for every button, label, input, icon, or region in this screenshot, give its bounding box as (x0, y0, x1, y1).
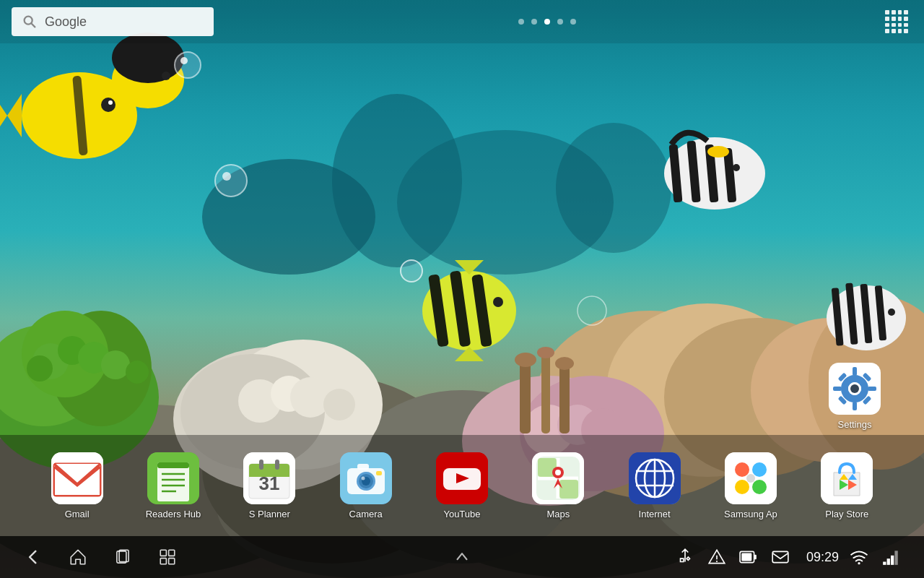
signal-icon-svg (881, 548, 900, 566)
svg-rect-39 (541, 354, 550, 434)
svg-rect-114 (259, 460, 263, 470)
play-store-icon-svg (821, 452, 873, 504)
back-icon (24, 548, 43, 566)
svg-rect-102 (157, 462, 189, 468)
home-icon (69, 548, 87, 566)
svg-point-76 (215, 165, 247, 197)
svg-point-157 (716, 561, 718, 562)
svg-point-74 (175, 52, 201, 78)
usb-icon (674, 545, 697, 569)
page-dot-1[interactable] (518, 19, 524, 25)
camera-icon-svg (340, 452, 392, 504)
camera-app-icon[interactable]: Camera (337, 452, 395, 519)
readers-hub-label: Readers Hub (146, 509, 201, 519)
svg-point-141 (752, 462, 767, 477)
svg-point-47 (101, 98, 116, 112)
svg-rect-115 (275, 460, 279, 470)
splanner-app-icon[interactable]: 31 S Planner (240, 452, 298, 519)
svg-rect-166 (894, 551, 897, 565)
svg-rect-122 (357, 464, 369, 470)
svg-point-18 (27, 355, 53, 381)
time-display: 09:29 (806, 550, 839, 565)
svg-rect-163 (883, 562, 886, 565)
splanner-label: S Planner (249, 509, 290, 519)
svg-point-58 (707, 146, 729, 158)
svg-point-52 (162, 72, 170, 80)
search-icon (22, 14, 38, 30)
svg-rect-159 (741, 553, 751, 561)
readers-hub-app-icon[interactable]: Readers Hub (144, 452, 202, 519)
svg-point-70 (493, 297, 503, 307)
svg-point-162 (858, 562, 860, 564)
play-store-label: Play Store (825, 509, 868, 519)
home-button[interactable] (66, 545, 90, 569)
page-dot-3[interactable] (544, 19, 550, 25)
svg-rect-164 (887, 558, 890, 565)
usb-icon-svg (676, 548, 694, 566)
svg-point-143 (752, 480, 767, 494)
recents-icon (113, 548, 132, 566)
search-bar[interactable]: Google (12, 7, 214, 36)
settings-label: Settings (838, 419, 872, 430)
svg-point-142 (735, 480, 749, 494)
svg-point-140 (735, 462, 749, 477)
screenshot-icon (158, 548, 177, 566)
svg-rect-165 (891, 556, 894, 565)
youtube-icon-svg (436, 452, 488, 504)
page-dot-4[interactable] (557, 19, 563, 25)
svg-point-26 (290, 377, 331, 418)
svg-point-48 (108, 100, 113, 105)
up-arrow-button[interactable] (450, 545, 474, 569)
recents-button[interactable] (111, 545, 134, 569)
svg-point-78 (401, 260, 422, 282)
screenshot-button[interactable] (156, 545, 179, 569)
battery-icon (737, 545, 760, 569)
gmail-app-icon[interactable]: Gmail (48, 452, 106, 519)
gmail-label: Gmail (65, 509, 90, 519)
play-store-app-icon[interactable]: Play Store (818, 452, 876, 519)
settings-icon-svg (829, 363, 881, 415)
svg-point-95 (850, 384, 859, 393)
svg-point-144 (746, 474, 755, 483)
svg-point-20 (126, 361, 149, 384)
page-dot-2[interactable] (531, 19, 537, 25)
wifi-icon (847, 545, 871, 569)
svg-rect-152 (160, 550, 166, 556)
nav-left-buttons (22, 545, 179, 569)
page-dot-5[interactable] (570, 19, 576, 25)
youtube-app-icon[interactable]: YouTube (433, 452, 491, 519)
svg-rect-86 (853, 367, 857, 376)
svg-point-27 (323, 389, 355, 420)
svg-rect-88 (833, 387, 842, 391)
maps-app-icon[interactable]: Maps (529, 452, 587, 519)
up-arrow-icon (453, 548, 471, 566)
samsung-apps-icon-svg (725, 452, 777, 504)
battery-icon-svg (739, 548, 758, 566)
apps-grid-button[interactable] (881, 6, 912, 38)
svg-line-83 (31, 23, 35, 27)
back-button[interactable] (22, 545, 45, 569)
page-indicators (518, 19, 576, 25)
svg-rect-89 (868, 387, 876, 391)
svg-point-42 (537, 347, 554, 358)
internet-app-icon[interactable]: Internet (626, 452, 684, 519)
gmail-icon-svg (51, 452, 103, 504)
splanner-icon-svg: 31 (243, 452, 295, 504)
svg-rect-154 (160, 558, 166, 564)
youtube-label: YouTube (443, 509, 480, 519)
search-label: Google (45, 14, 87, 30)
camera-label: Camera (349, 509, 383, 519)
svg-point-65 (888, 309, 895, 316)
svg-rect-40 (559, 365, 570, 434)
status-bar: 09:29 (674, 545, 902, 569)
svg-rect-160 (754, 555, 757, 560)
svg-rect-161 (772, 551, 788, 562)
samsung-apps-icon[interactable]: Samsung Ap (722, 452, 780, 519)
svg-rect-123 (376, 471, 382, 475)
gmail-notification-icon (769, 545, 792, 569)
settings-app-icon[interactable]: Settings (829, 363, 881, 430)
svg-point-43 (555, 357, 574, 370)
svg-point-59 (733, 164, 740, 171)
internet-icon-svg (629, 452, 681, 504)
dock: Gmail Readers Hub (0, 435, 924, 536)
